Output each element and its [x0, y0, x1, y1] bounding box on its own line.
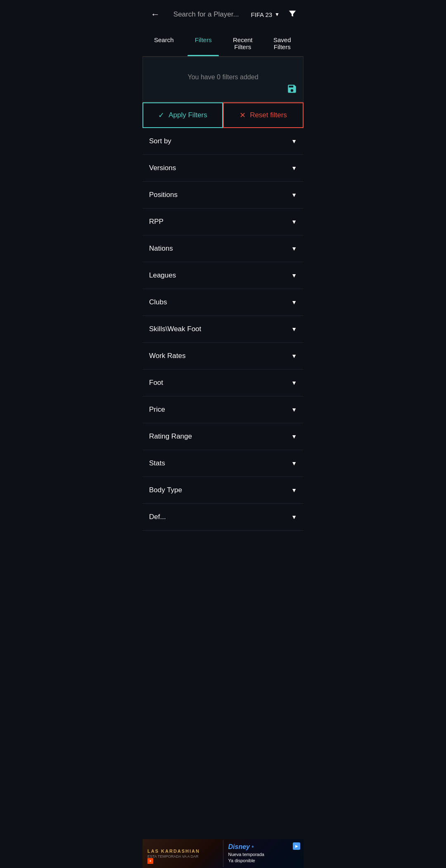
- chevron-down-icon: ▼: [291, 326, 297, 332]
- back-button[interactable]: ←: [149, 7, 161, 21]
- chevron-down-icon: ▼: [291, 379, 297, 386]
- ad-banner[interactable]: LAS KARDASHIAN ESTA TEMPORADA VA A DAR D…: [142, 839, 304, 868]
- filter-item-rpp[interactable]: RPP ▼: [142, 209, 304, 235]
- ad-play-icon: ▶: [293, 842, 300, 850]
- check-icon: ✓: [158, 111, 164, 120]
- chevron-down-icon: ▼: [291, 165, 297, 171]
- filter-item-skills-weak-foot[interactable]: Skills\Weak Foot ▼: [142, 316, 304, 343]
- chevron-down-icon: ▼: [291, 218, 297, 225]
- chevron-down-icon: ▼: [291, 138, 297, 145]
- filter-item-clubs[interactable]: Clubs ▼: [142, 289, 304, 316]
- tab-recent-filters[interactable]: Recent Filters: [223, 29, 263, 56]
- save-filter-icon[interactable]: [287, 83, 297, 97]
- fifa-version-selector[interactable]: FIFA 23 ▼: [251, 11, 280, 18]
- header: ← Search for a Player... FIFA 23 ▼: [142, 0, 304, 29]
- apply-filters-button[interactable]: ✓ Apply Filters: [142, 102, 223, 128]
- chevron-down-icon: ▼: [291, 353, 297, 359]
- filter-item-sort-by[interactable]: Sort by ▼: [142, 128, 304, 155]
- filter-item-rating-range[interactable]: Rating Range ▼: [142, 423, 304, 450]
- filter-item-body-type[interactable]: Body Type ▼: [142, 477, 304, 504]
- ad-brand-label: LAS KARDASHIAN: [147, 849, 218, 854]
- chevron-down-icon: ▼: [291, 487, 297, 493]
- chevron-down-icon: ▼: [291, 406, 297, 413]
- filter-item-leagues[interactable]: Leagues ▼: [142, 262, 304, 289]
- filter-info-box: You have 0 filters added: [142, 57, 304, 102]
- filter-item-nations[interactable]: Nations ▼: [142, 235, 304, 262]
- tab-saved-filters[interactable]: Saved Filters: [263, 29, 302, 56]
- search-input[interactable]: Search for a Player...: [166, 10, 246, 19]
- fifa-chevron-icon: ▼: [275, 12, 280, 17]
- chevron-down-icon: ▼: [291, 299, 297, 306]
- reset-filters-button[interactable]: ✕ Reset filters: [223, 102, 304, 128]
- filter-item-work-rates[interactable]: Work Rates ▼: [142, 343, 304, 370]
- ad-cta-text: Nueva temporada Ya disponible: [228, 851, 264, 864]
- filter-item-stats[interactable]: Stats ▼: [142, 450, 304, 477]
- disney-logo: Disney: [228, 843, 250, 851]
- filter-count-text: You have 0 filters added: [149, 74, 297, 81]
- ad-subtitle-label: ESTA TEMPORADA VA A DAR: [147, 854, 218, 859]
- ad-right-section: Disney + Nueva temporada Ya disponible: [223, 840, 304, 868]
- x-icon: ✕: [240, 111, 246, 120]
- chevron-down-icon: ▼: [291, 460, 297, 467]
- ad-left-section: LAS KARDASHIAN ESTA TEMPORADA VA A DAR: [142, 845, 223, 862]
- chevron-down-icon: ▼: [291, 245, 297, 252]
- fifa-version-label: FIFA 23: [251, 11, 272, 18]
- filter-item-versions[interactable]: Versions ▼: [142, 155, 304, 182]
- tab-filters[interactable]: Filters: [184, 29, 223, 56]
- action-buttons: ✓ Apply Filters ✕ Reset filters: [142, 102, 304, 128]
- filter-item-price[interactable]: Price ▼: [142, 396, 304, 423]
- chevron-down-icon: ▼: [291, 272, 297, 279]
- filter-funnel-icon[interactable]: [288, 9, 297, 20]
- filter-list: Sort by ▼ Versions ▼ Positions ▼ RPP ▼ N…: [142, 128, 304, 531]
- filter-item-def[interactable]: Def... ▼: [142, 504, 304, 531]
- chevron-down-icon: ▼: [291, 192, 297, 198]
- chevron-down-icon: ▼: [291, 433, 297, 440]
- filter-item-foot[interactable]: Foot ▼: [142, 370, 304, 396]
- tab-bar: Search Filters Recent Filters Saved Filt…: [142, 29, 304, 57]
- tab-search[interactable]: Search: [144, 29, 184, 56]
- chevron-down-icon: ▼: [291, 514, 297, 520]
- filter-item-positions[interactable]: Positions ▼: [142, 182, 304, 209]
